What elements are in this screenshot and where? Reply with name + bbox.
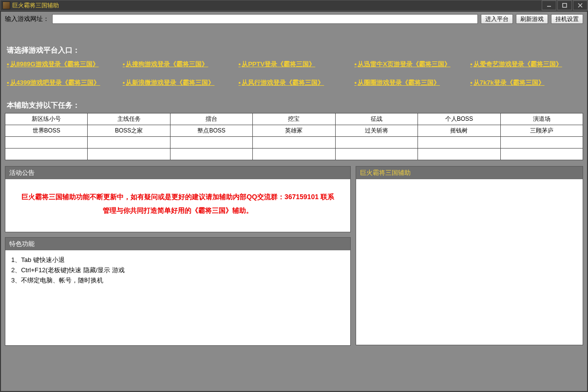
window-title: 巨火霸将三国辅助	[12, 1, 59, 10]
maximize-button[interactable]	[557, 0, 572, 10]
task-cell[interactable]: 擂台	[170, 113, 252, 125]
task-cell[interactable]: 主线任务	[88, 113, 170, 125]
task-cell[interactable]: 英雄冢	[253, 125, 335, 137]
feature-item: 1、Tab 键快速小退	[11, 255, 344, 265]
table-row: 新区练小号 主线任务 擂台 挖宝 征战 个人BOSS 演道场	[5, 113, 583, 125]
right-panel-title: 巨火霸将三国辅助	[356, 167, 583, 179]
task-cell[interactable]	[253, 149, 335, 160]
url-bar: 输入游戏网址： 进入平台 刷新游戏 挂机设置	[1, 12, 587, 26]
platform-link[interactable]: 从新浪微游戏登录《霸将三国》	[123, 78, 234, 87]
enter-platform-button[interactable]: 进入平台	[481, 14, 513, 24]
task-cell[interactable]	[5, 149, 88, 160]
refresh-game-button[interactable]: 刷新游戏	[516, 14, 548, 24]
table-row: 世界BOSS BOSS之家 整点BOSS 英雄冢 过关斩将 摇钱树 三顾茅庐	[5, 125, 583, 137]
platform-links: 从8989G游戏登录《霸将三国》 从搜狗游戏登录《霸将三国》 从PPTV登录《霸…	[7, 60, 581, 87]
feature-item: 3、不绑定电脑、帐号，随时换机	[11, 276, 344, 286]
titlebar[interactable]: 巨火霸将三国辅助	[0, 0, 588, 11]
task-cell[interactable]	[500, 137, 583, 149]
task-cell[interactable]: 过关斩将	[335, 125, 417, 137]
task-cell[interactable]: 个人BOSS	[418, 113, 500, 125]
task-cell[interactable]	[418, 149, 500, 160]
close-button[interactable]	[573, 0, 588, 10]
right-panel: 巨火霸将三国辅助	[356, 166, 583, 345]
platform-link[interactable]: 从爱奇艺游戏登录《霸将三国》	[470, 60, 581, 69]
table-row	[5, 137, 583, 149]
platform-link[interactable]: 从搜狗游戏登录《霸将三国》	[123, 60, 234, 69]
task-cell[interactable]: 挖宝	[253, 113, 335, 125]
task-cell[interactable]	[170, 149, 252, 160]
platform-link[interactable]: 从7k7k登录《霸将三国》	[470, 78, 581, 87]
url-input[interactable]	[52, 14, 478, 24]
tasks-header: 本辅助支持以下任务：	[7, 101, 583, 110]
main-frame: 输入游戏网址： 进入平台 刷新游戏 挂机设置 请选择游戏平台入口： 从8989G…	[0, 11, 588, 392]
feature-item: 2、Ctrl+F12(老板键)快速 隐藏/显示 游戏	[11, 265, 344, 276]
app-window: 巨火霸将三国辅助 输入游戏网址： 进入平台 刷新游戏 挂机设置 请选择游戏平台入…	[0, 0, 588, 392]
task-cell[interactable]	[88, 149, 170, 160]
task-cell[interactable]: 摇钱树	[418, 125, 500, 137]
announce-panel: 活动公告 巨火霸将三国辅助功能不断更新中，如有疑问或是更好的建议请加辅助内部QQ…	[5, 166, 351, 232]
platform-link[interactable]: 从PPTV登录《霸将三国》	[239, 60, 350, 69]
platform-link[interactable]: 从风行游戏登录《霸将三国》	[239, 78, 350, 87]
features-title: 特色功能	[5, 238, 350, 250]
platform-header: 请选择游戏平台入口：	[7, 46, 583, 55]
app-icon	[2, 1, 10, 9]
task-cell[interactable]	[418, 137, 500, 149]
features-body: 1、Tab 键快速小退 2、Ctrl+F12(老板键)快速 隐藏/显示 游戏 3…	[5, 250, 350, 345]
task-cell[interactable]: 演道场	[500, 113, 583, 125]
task-cell[interactable]	[500, 149, 583, 160]
task-cell[interactable]: 新区练小号	[5, 113, 88, 125]
announce-body: 巨火霸将三国辅助功能不断更新中，如有疑问或是更好的建议请加辅助内部QQ交流群：3…	[5, 179, 350, 232]
table-row	[5, 149, 583, 160]
task-cell[interactable]: BOSS之家	[88, 125, 170, 137]
task-cell[interactable]	[335, 149, 417, 160]
features-panel: 特色功能 1、Tab 键快速小退 2、Ctrl+F12(老板键)快速 隐藏/显示…	[5, 237, 351, 346]
task-cell[interactable]	[253, 137, 335, 149]
platform-link[interactable]: 从圈圈游戏登录《霸将三国》	[354, 78, 465, 87]
hangup-settings-button[interactable]: 挂机设置	[551, 14, 583, 24]
platform-link[interactable]: 从8989G游戏登录《霸将三国》	[7, 60, 118, 69]
task-cell[interactable]	[88, 137, 170, 149]
minimize-button[interactable]	[542, 0, 556, 10]
svg-rect-1	[563, 3, 567, 7]
task-cell[interactable]: 征战	[335, 113, 417, 125]
task-cell[interactable]	[170, 137, 252, 149]
platform-link[interactable]: 从迅雷牛X页游登录《霸将三国》	[354, 60, 465, 69]
task-cell[interactable]	[335, 137, 417, 149]
task-cell[interactable]	[5, 137, 88, 149]
announce-title: 活动公告	[5, 167, 350, 179]
announce-line: 管理与你共同打造简单好用的《霸将三国》辅助。	[12, 204, 343, 217]
task-cell[interactable]: 整点BOSS	[170, 125, 252, 137]
task-cell[interactable]: 三顾茅庐	[500, 125, 583, 137]
tasks-table: 新区练小号 主线任务 擂台 挖宝 征战 个人BOSS 演道场 世界BOSS BO…	[5, 113, 583, 160]
task-cell[interactable]: 世界BOSS	[5, 125, 88, 137]
url-label: 输入游戏网址：	[5, 15, 49, 23]
platform-link[interactable]: 从4399游戏吧登录《霸将三国》	[7, 78, 118, 87]
announce-line: 巨火霸将三国辅助功能不断更新中，如有疑问或是更好的建议请加辅助内部QQ交流群：3…	[12, 190, 343, 204]
